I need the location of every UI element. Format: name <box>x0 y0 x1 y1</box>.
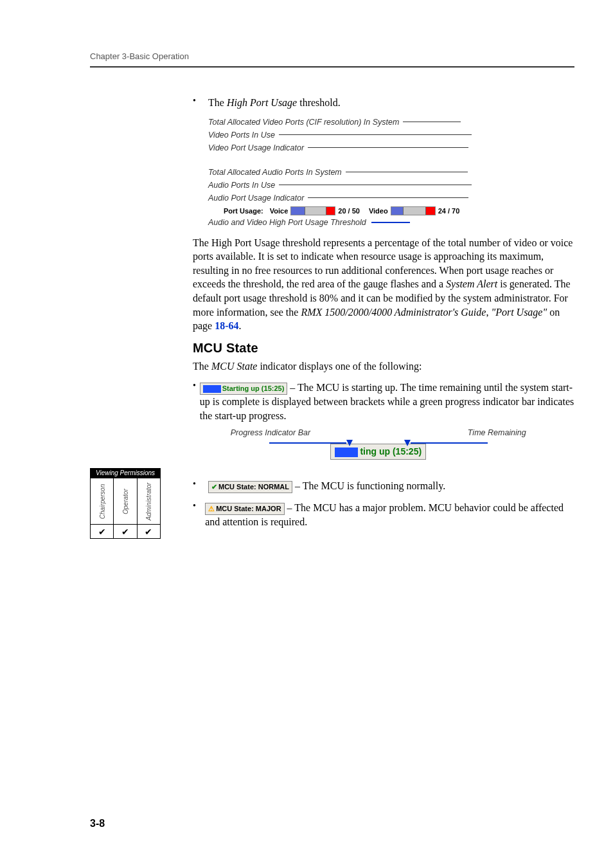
text-italic: MCU State <box>211 361 258 372</box>
page-link[interactable]: 18-64 <box>215 320 238 331</box>
progress-right-label: Time Remaining <box>468 428 526 439</box>
high-port-bullet: • The High Port Usage threshold. <box>193 96 574 110</box>
starting-up-progress-chip: ting up (15:25) <box>330 444 426 460</box>
callout-label: Audio and Video High Port Usage Threshol… <box>208 218 366 227</box>
check-icon: ✔ <box>145 527 152 537</box>
chip-text: ting up (15:25) <box>360 446 422 457</box>
text: indicator displays one of the following: <box>257 361 422 372</box>
text: . <box>239 320 242 331</box>
permissions-table: Viewing Permissions Chairperson Operator… <box>90 468 161 539</box>
mcu-normal-bullet: • ✔MCU State: NORMAL – The MCU is functi… <box>193 479 574 493</box>
voice-label: Voice <box>270 207 289 215</box>
header-rule <box>90 66 574 68</box>
callout-label: Audio Ports In Use <box>208 181 275 190</box>
callout-label: Total Allocated Video Ports (CIF resolut… <box>208 118 399 127</box>
chip-text: Starting up (15:25) <box>222 384 285 392</box>
bullet-icon: • <box>193 96 208 110</box>
high-port-paragraph: The High Port Usage threshold represents… <box>193 236 574 333</box>
bullet-icon: • <box>193 381 200 471</box>
check-icon: ✔ <box>121 527 129 537</box>
warning-icon: ⚠ <box>208 505 215 512</box>
progress-diagram: Progress Indicator Bar Time Remaining <box>231 428 574 460</box>
chapter-header: Chapter 3-Basic Operation <box>90 51 574 61</box>
starting-up-chip: Starting up (15:25) <box>200 383 288 395</box>
callout-label: Video Ports In Use <box>208 131 275 140</box>
perm-col-chairperson: Chairperson <box>98 484 105 518</box>
mcu-intro: The MCU State indicator displays one of … <box>193 359 574 374</box>
text: The <box>208 97 227 108</box>
video-label: Video <box>369 207 388 215</box>
mcu-major-bullet: • ⚠MCU State: MAJOR – The MCU has a majo… <box>193 501 574 529</box>
text-italic: "Port Usage" <box>491 307 547 318</box>
callout-label: Audio Port Usage Indicator <box>208 194 304 203</box>
page-number: 3-8 <box>90 818 105 829</box>
text-italic: High Port Usage <box>227 97 297 108</box>
text: The <box>193 361 211 372</box>
port-usage-diagram: Total Allocated Video Ports (CIF resolut… <box>208 118 568 227</box>
mcu-starting-bullet: • Starting up (15:25) – The MCU is start… <box>193 381 574 471</box>
bullet-icon: • <box>193 479 208 493</box>
video-gauge <box>391 206 436 215</box>
mcu-state-heading: MCU State <box>193 341 574 356</box>
permissions-header: Viewing Permissions <box>90 468 161 478</box>
bullet-icon: • <box>193 501 205 529</box>
progress-left-label: Progress Indicator Bar <box>231 428 310 439</box>
text: threshold. <box>297 97 341 108</box>
port-usage-bar: Port Usage: Voice 20 / 50 Video 24 / 70 <box>224 206 568 215</box>
callout-label: Total Allocated Audio Ports In System <box>208 168 342 177</box>
callout-label: Video Port Usage Indicator <box>208 143 304 152</box>
voice-value: 20 / 50 <box>338 207 360 215</box>
mcu-major-chip: ⚠MCU State: MAJOR <box>205 503 284 515</box>
text: – The MCU is functioning normally. <box>292 480 445 491</box>
text-italic: RMX 1500/2000/4000 Administrator's Guide <box>301 307 486 318</box>
perm-col-administrator: Administrator <box>145 482 152 520</box>
port-usage-label: Port Usage: <box>224 207 263 215</box>
check-icon: ✔ <box>211 483 217 491</box>
mcu-normal-chip: ✔MCU State: NORMAL <box>208 481 292 493</box>
voice-gauge <box>290 206 335 215</box>
chip-text: MCU State: NORMAL <box>218 483 289 491</box>
chip-text: MCU State: MAJOR <box>216 505 281 512</box>
text-italic: System Alert <box>446 278 497 289</box>
video-value: 24 / 70 <box>438 207 460 215</box>
check-icon: ✔ <box>98 527 106 537</box>
perm-col-operator: Operator <box>121 489 129 514</box>
